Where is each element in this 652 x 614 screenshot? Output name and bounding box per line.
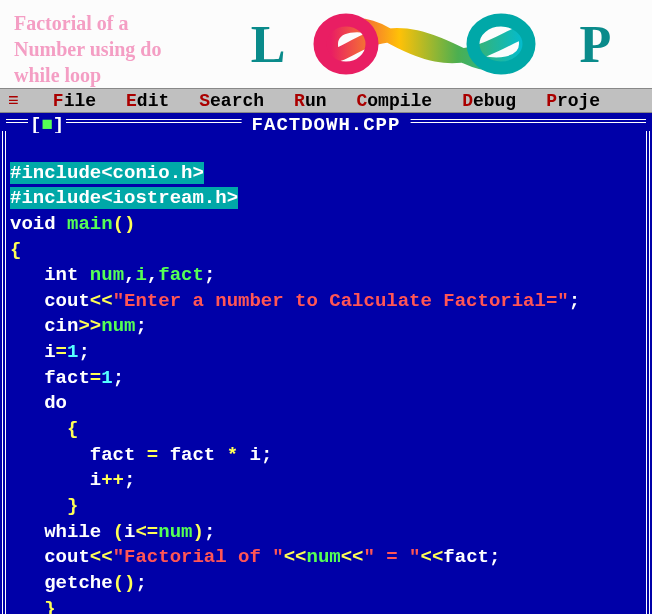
logo-letter-l: L [251, 15, 286, 74]
code-line: fact=1; [10, 367, 124, 389]
title-box: Factorial of a Number using do while loo… [0, 0, 210, 88]
filename-label: FACTDOWH.CPP [242, 113, 411, 133]
page-header: Factorial of a Number using do while loo… [0, 0, 652, 88]
system-menu-icon[interactable]: ≡ [4, 91, 23, 111]
code-line: cin>>num; [10, 315, 147, 337]
code-line: getche(); [10, 572, 147, 594]
code-line: #include<conio.h> [10, 162, 204, 184]
code-line: } [10, 598, 56, 614]
logo-letter-p: P [579, 15, 611, 74]
loop-logo-icon [291, 9, 561, 79]
ide-editor: [■] FACTDOWH.CPP #include<conio.h> #incl… [0, 113, 652, 614]
menu-search[interactable]: Search [199, 91, 264, 111]
logo-area: L P [210, 0, 652, 88]
menu-debug[interactable]: Debug [462, 91, 516, 111]
menu-run[interactable]: Run [294, 91, 326, 111]
code-line: void main() [10, 213, 135, 235]
code-line: cout<<"Factorial of "<<num<<" = "<<fact; [10, 546, 500, 568]
code-line: #include<iostream.h> [10, 187, 238, 209]
code-line: while (i<=num); [10, 521, 215, 543]
code-line: i=1; [10, 341, 90, 363]
code-line: fact = fact * i; [10, 444, 272, 466]
code-line: i++; [10, 469, 135, 491]
code-line: } [10, 495, 78, 517]
window-close-control[interactable]: [■] [28, 113, 66, 133]
menu-project[interactable]: Proje [546, 91, 600, 111]
code-line: cout<<"Enter a number to Calculate Facto… [10, 290, 580, 312]
code-line: do [10, 392, 67, 414]
code-line: { [10, 418, 78, 440]
page-title: Factorial of a Number using do while loo… [14, 10, 196, 88]
window-frame-right [646, 131, 650, 614]
code-line: { [10, 239, 21, 261]
window-frame-top: [■] FACTDOWH.CPP [0, 113, 652, 133]
menu-edit[interactable]: Edit [126, 91, 169, 111]
code-line: int num,i,fact; [10, 264, 215, 286]
menu-bar: ≡ File Edit Search Run Compile Debug Pro… [0, 88, 652, 113]
window-frame-left [2, 131, 6, 614]
menu-compile[interactable]: Compile [357, 91, 433, 111]
menu-file[interactable]: File [53, 91, 96, 111]
code-area[interactable]: #include<conio.h> #include<iostream.h> v… [10, 135, 642, 614]
